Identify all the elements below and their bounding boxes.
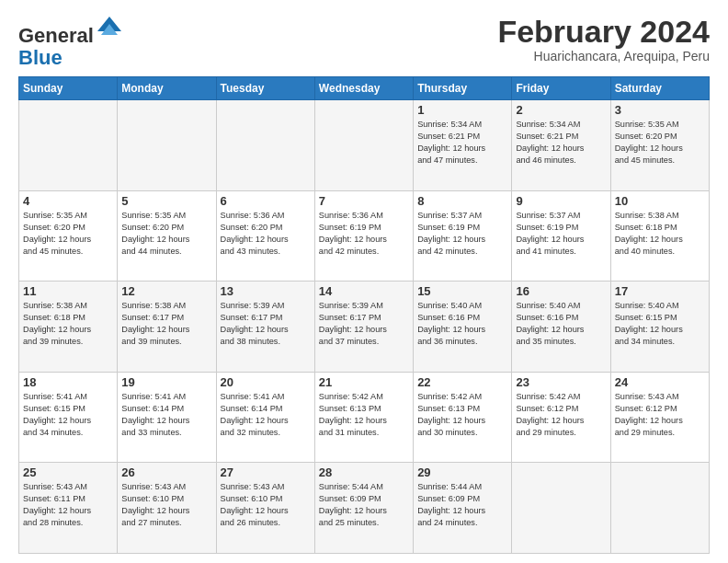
month-title: February 2024 xyxy=(497,15,710,49)
day-number: 24 xyxy=(615,375,705,389)
day-number: 26 xyxy=(121,465,211,479)
day-number: 19 xyxy=(121,375,211,389)
cell-info: Sunrise: 5:38 AM Sunset: 6:18 PM Dayligh… xyxy=(615,210,705,258)
calendar-cell: 9Sunrise: 5:37 AM Sunset: 6:19 PM Daylig… xyxy=(512,190,610,282)
cell-info: Sunrise: 5:35 AM Sunset: 6:20 PM Dayligh… xyxy=(23,210,113,258)
cell-info: Sunrise: 5:38 AM Sunset: 6:18 PM Dayligh… xyxy=(23,300,113,348)
logo-general: General xyxy=(18,24,94,47)
cell-info: Sunrise: 5:44 AM Sunset: 6:09 PM Dayligh… xyxy=(417,481,507,529)
calendar-cell: 27Sunrise: 5:43 AM Sunset: 6:10 PM Dayli… xyxy=(216,463,314,554)
calendar-cell: 23Sunrise: 5:42 AM Sunset: 6:12 PM Dayli… xyxy=(512,372,610,463)
cell-info: Sunrise: 5:41 AM Sunset: 6:15 PM Dayligh… xyxy=(23,391,113,439)
calendar-cell: 22Sunrise: 5:42 AM Sunset: 6:13 PM Dayli… xyxy=(414,372,512,463)
cell-info: Sunrise: 5:36 AM Sunset: 6:20 PM Dayligh… xyxy=(221,210,311,258)
day-number: 5 xyxy=(121,194,211,208)
day-number: 18 xyxy=(23,375,113,389)
calendar-cell: 19Sunrise: 5:41 AM Sunset: 6:14 PM Dayli… xyxy=(118,372,216,463)
day-number: 15 xyxy=(417,284,507,298)
day-number: 12 xyxy=(121,284,211,298)
day-number: 9 xyxy=(516,194,606,208)
day-number: 21 xyxy=(319,375,409,389)
cell-info: Sunrise: 5:41 AM Sunset: 6:14 PM Dayligh… xyxy=(221,391,311,439)
cell-info: Sunrise: 5:37 AM Sunset: 6:19 PM Dayligh… xyxy=(516,210,606,258)
day-header-wednesday: Wednesday xyxy=(314,77,413,100)
cell-info: Sunrise: 5:43 AM Sunset: 6:11 PM Dayligh… xyxy=(23,481,113,529)
logo-blue: Blue xyxy=(18,46,63,69)
day-number: 11 xyxy=(23,284,113,298)
day-number: 13 xyxy=(221,284,311,298)
cell-info: Sunrise: 5:37 AM Sunset: 6:19 PM Dayligh… xyxy=(417,210,507,258)
cell-info: Sunrise: 5:42 AM Sunset: 6:13 PM Dayligh… xyxy=(417,391,507,439)
cell-info: Sunrise: 5:35 AM Sunset: 6:20 PM Dayligh… xyxy=(615,119,705,167)
cell-info: Sunrise: 5:42 AM Sunset: 6:13 PM Dayligh… xyxy=(319,391,409,439)
cell-info: Sunrise: 5:41 AM Sunset: 6:14 PM Dayligh… xyxy=(121,391,211,439)
calendar-cell xyxy=(610,463,709,554)
calendar-cell xyxy=(19,100,118,191)
day-number: 4 xyxy=(23,194,113,208)
cell-info: Sunrise: 5:43 AM Sunset: 6:10 PM Dayligh… xyxy=(221,481,311,529)
day-header-tuesday: Tuesday xyxy=(216,77,314,100)
calendar-cell: 10Sunrise: 5:38 AM Sunset: 6:18 PM Dayli… xyxy=(610,190,709,282)
cell-info: Sunrise: 5:39 AM Sunset: 6:17 PM Dayligh… xyxy=(319,300,409,348)
calendar-cell: 15Sunrise: 5:40 AM Sunset: 6:16 PM Dayli… xyxy=(414,282,512,373)
cell-info: Sunrise: 5:40 AM Sunset: 6:15 PM Dayligh… xyxy=(615,300,705,348)
calendar-cell: 2Sunrise: 5:34 AM Sunset: 6:21 PM Daylig… xyxy=(512,100,610,191)
calendar-cell xyxy=(314,100,413,191)
cell-info: Sunrise: 5:34 AM Sunset: 6:21 PM Dayligh… xyxy=(417,119,507,167)
calendar-cell: 21Sunrise: 5:42 AM Sunset: 6:13 PM Dayli… xyxy=(314,372,413,463)
day-number: 14 xyxy=(319,284,409,298)
calendar-cell: 5Sunrise: 5:35 AM Sunset: 6:20 PM Daylig… xyxy=(118,190,216,282)
calendar-cell: 17Sunrise: 5:40 AM Sunset: 6:15 PM Dayli… xyxy=(610,282,709,373)
day-number: 22 xyxy=(417,375,507,389)
day-header-sunday: Sunday xyxy=(19,77,118,100)
day-number: 25 xyxy=(23,465,113,479)
calendar-cell: 11Sunrise: 5:38 AM Sunset: 6:18 PM Dayli… xyxy=(19,282,118,373)
calendar-cell xyxy=(512,463,610,554)
calendar-cell: 14Sunrise: 5:39 AM Sunset: 6:17 PM Dayli… xyxy=(314,282,413,373)
calendar-cell: 6Sunrise: 5:36 AM Sunset: 6:20 PM Daylig… xyxy=(216,190,314,282)
cell-info: Sunrise: 5:35 AM Sunset: 6:20 PM Dayligh… xyxy=(121,210,211,258)
day-number: 3 xyxy=(615,103,705,117)
page-header: General Blue February 2024 Huarichancara… xyxy=(18,15,710,69)
day-number: 29 xyxy=(417,465,507,479)
title-block: February 2024 Huarichancara, Arequipa, P… xyxy=(497,15,710,63)
cell-info: Sunrise: 5:43 AM Sunset: 6:10 PM Dayligh… xyxy=(121,481,211,529)
calendar-cell: 1Sunrise: 5:34 AM Sunset: 6:21 PM Daylig… xyxy=(414,100,512,191)
cell-info: Sunrise: 5:42 AM Sunset: 6:12 PM Dayligh… xyxy=(516,391,606,439)
day-number: 7 xyxy=(319,194,409,208)
cell-info: Sunrise: 5:40 AM Sunset: 6:16 PM Dayligh… xyxy=(417,300,507,348)
calendar-cell: 18Sunrise: 5:41 AM Sunset: 6:15 PM Dayli… xyxy=(19,372,118,463)
day-number: 2 xyxy=(516,103,606,117)
day-number: 27 xyxy=(221,465,311,479)
calendar-cell xyxy=(216,100,314,191)
cell-info: Sunrise: 5:34 AM Sunset: 6:21 PM Dayligh… xyxy=(516,119,606,167)
location: Huarichancara, Arequipa, Peru xyxy=(497,49,710,63)
calendar-cell: 20Sunrise: 5:41 AM Sunset: 6:14 PM Dayli… xyxy=(216,372,314,463)
calendar-cell: 29Sunrise: 5:44 AM Sunset: 6:09 PM Dayli… xyxy=(414,463,512,554)
calendar-cell: 13Sunrise: 5:39 AM Sunset: 6:17 PM Dayli… xyxy=(216,282,314,373)
cell-info: Sunrise: 5:40 AM Sunset: 6:16 PM Dayligh… xyxy=(516,300,606,348)
day-number: 20 xyxy=(221,375,311,389)
cell-info: Sunrise: 5:43 AM Sunset: 6:12 PM Dayligh… xyxy=(615,391,705,439)
cell-info: Sunrise: 5:39 AM Sunset: 6:17 PM Dayligh… xyxy=(221,300,311,348)
day-header-friday: Friday xyxy=(512,77,610,100)
calendar-table: SundayMondayTuesdayWednesdayThursdayFrid… xyxy=(18,76,710,554)
calendar-cell xyxy=(118,100,216,191)
day-header-thursday: Thursday xyxy=(414,77,512,100)
calendar-cell: 3Sunrise: 5:35 AM Sunset: 6:20 PM Daylig… xyxy=(610,100,709,191)
day-header-saturday: Saturday xyxy=(610,77,709,100)
day-number: 8 xyxy=(417,194,507,208)
day-number: 23 xyxy=(516,375,606,389)
calendar-cell: 26Sunrise: 5:43 AM Sunset: 6:10 PM Dayli… xyxy=(118,463,216,554)
calendar-cell: 7Sunrise: 5:36 AM Sunset: 6:19 PM Daylig… xyxy=(314,190,413,282)
cell-info: Sunrise: 5:44 AM Sunset: 6:09 PM Dayligh… xyxy=(319,481,409,529)
calendar-cell: 12Sunrise: 5:38 AM Sunset: 6:17 PM Dayli… xyxy=(118,282,216,373)
day-number: 10 xyxy=(615,194,705,208)
day-number: 1 xyxy=(417,103,507,117)
calendar-cell: 25Sunrise: 5:43 AM Sunset: 6:11 PM Dayli… xyxy=(19,463,118,554)
calendar-cell: 16Sunrise: 5:40 AM Sunset: 6:16 PM Dayli… xyxy=(512,282,610,373)
cell-info: Sunrise: 5:36 AM Sunset: 6:19 PM Dayligh… xyxy=(319,210,409,258)
calendar-cell: 4Sunrise: 5:35 AM Sunset: 6:20 PM Daylig… xyxy=(19,190,118,282)
day-number: 6 xyxy=(221,194,311,208)
calendar-cell: 28Sunrise: 5:44 AM Sunset: 6:09 PM Dayli… xyxy=(314,463,413,554)
